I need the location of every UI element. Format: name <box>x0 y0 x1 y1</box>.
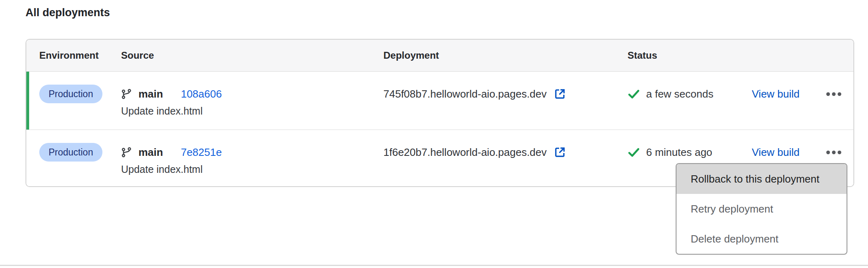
ellipsis-menu-button[interactable] <box>825 148 842 157</box>
column-header-status: Status <box>628 50 752 61</box>
column-header-environment: Environment <box>26 50 121 61</box>
deployment-url: 1f6e20b7.helloworld-aio.pages.dev <box>383 146 547 159</box>
check-icon <box>628 146 640 159</box>
commit-link[interactable]: 7e8251e <box>181 146 222 159</box>
deployment-context-menu: Rollback to this deployment Retry deploy… <box>676 163 847 255</box>
current-deployment-marker <box>26 72 29 130</box>
column-header-deployment: Deployment <box>383 50 628 61</box>
external-link-icon <box>554 88 566 100</box>
view-build-link[interactable]: View build <box>752 146 800 159</box>
column-header-source: Source <box>121 50 383 61</box>
status-text: a few seconds <box>646 88 713 100</box>
page-title: All deployments <box>26 6 110 19</box>
environment-badge: Production <box>39 85 102 103</box>
table-header: Environment Source Deployment Status <box>26 40 853 72</box>
branch-name: main <box>138 88 163 100</box>
environment-badge: Production <box>39 143 102 162</box>
commit-link[interactable]: 108a606 <box>181 88 222 100</box>
external-link-icon <box>554 146 566 158</box>
ellipsis-icon <box>826 92 830 96</box>
ellipsis-menu-button[interactable] <box>825 90 842 98</box>
commit-message: Update index.html <box>121 105 383 117</box>
deployment-row: Production main 108a606 Update index.htm… <box>26 72 853 130</box>
deployment-link[interactable]: 1f6e20b7.helloworld-aio.pages.dev <box>383 146 566 159</box>
status-text: 6 minutes ago <box>646 146 712 159</box>
menu-item-retry[interactable]: Retry deployment <box>677 194 847 224</box>
menu-item-rollback[interactable]: Rollback to this deployment <box>677 164 847 194</box>
commit-message: Update index.html <box>121 163 383 175</box>
check-icon <box>628 88 640 100</box>
git-branch-icon <box>121 147 132 158</box>
git-branch-icon <box>121 89 132 100</box>
bottom-divider <box>0 265 868 266</box>
branch-name: main <box>138 146 163 159</box>
deployment-url: 745f08b7.helloworld-aio.pages.dev <box>383 88 547 100</box>
menu-item-delete[interactable]: Delete deployment <box>677 224 847 254</box>
ellipsis-icon <box>826 151 830 154</box>
deployment-link[interactable]: 745f08b7.helloworld-aio.pages.dev <box>383 88 566 100</box>
view-build-link[interactable]: View build <box>752 88 800 100</box>
